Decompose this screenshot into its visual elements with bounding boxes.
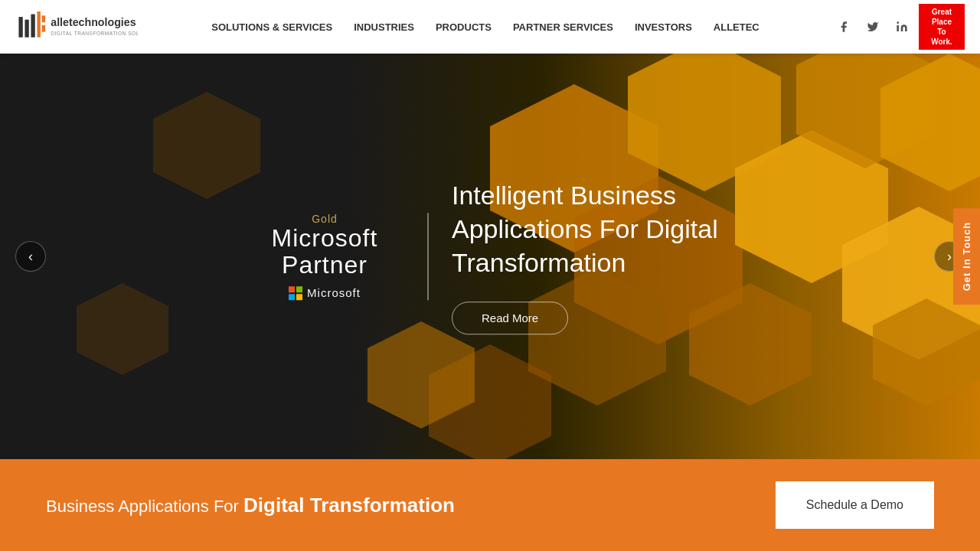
nav-products[interactable]: PRODUCTS <box>436 21 492 33</box>
svg-text:alletechnologies: alletechnologies <box>51 16 136 28</box>
ms-flag-icon <box>289 286 302 300</box>
ms-partner-block: Gold Microsoft Partner Microsoft <box>245 213 429 300</box>
hero-tagline: Intelligent Business Applications For Di… <box>429 178 735 334</box>
nav-alletec[interactable]: ALLETEC <box>714 21 760 33</box>
nav-solutions-services[interactable]: SOLUTIONS & SERVICES <box>211 21 332 33</box>
ms-logo: Microsoft <box>245 286 404 300</box>
company-logo: alletechnologies DIGITAL TRANSFORMATION … <box>15 8 138 46</box>
nav-investors[interactable]: INVESTORS <box>635 21 692 33</box>
twitter-icon[interactable] <box>862 16 884 37</box>
hero-content: Gold Microsoft Partner Microsoft Intelli… <box>245 178 735 334</box>
svg-rect-0 <box>18 17 22 37</box>
gold-label: Gold <box>245 213 404 225</box>
bottom-text-normal: Business Applications For <box>46 497 243 516</box>
bottom-text: Business Applications For Digital Transf… <box>46 494 455 517</box>
ms-logo-text: Microsoft <box>307 287 361 300</box>
svg-rect-2 <box>31 15 34 37</box>
linkedin-icon[interactable] <box>891 16 913 37</box>
schedule-demo-button[interactable]: Schedule a Demo <box>776 481 934 529</box>
hero-section: ‹ Gold Microsoft Partner Microsoft Intel… <box>0 54 980 459</box>
svg-rect-1 <box>24 20 28 37</box>
prev-arrow[interactable]: ‹ <box>15 241 46 272</box>
nav-industries[interactable]: INDUSTRIES <box>354 21 414 33</box>
svg-rect-4 <box>42 15 45 22</box>
social-icons <box>833 16 913 37</box>
read-more-button[interactable]: Read More <box>452 302 568 334</box>
nav-partner-services[interactable]: PARTNER SERVICES <box>513 21 613 33</box>
main-nav: SOLUTIONS & SERVICES INDUSTRIES PRODUCTS… <box>211 21 760 33</box>
svg-point-8 <box>897 21 899 24</box>
svg-rect-5 <box>42 25 45 32</box>
main-header: alletechnologies DIGITAL TRANSFORMATION … <box>0 0 980 54</box>
ms-partner-text: Microsoft Partner <box>245 225 404 279</box>
bottom-cta-bar: Business Applications For Digital Transf… <box>0 459 980 551</box>
great-place-to-work-badge: Great Place To Work. <box>919 4 965 50</box>
bottom-text-bold: Digital Transformation <box>243 494 455 517</box>
svg-text:DIGITAL TRANSFORMATION SOLUTIO: DIGITAL TRANSFORMATION SOLUTIONS <box>51 31 138 36</box>
hero-tagline-text: Intelligent Business Applications For Di… <box>452 178 735 280</box>
facebook-icon[interactable] <box>833 16 854 37</box>
svg-rect-3 <box>37 11 40 37</box>
get-in-touch-button[interactable]: Get In Touch <box>953 208 980 305</box>
logo-area: alletechnologies DIGITAL TRANSFORMATION … <box>15 8 138 46</box>
